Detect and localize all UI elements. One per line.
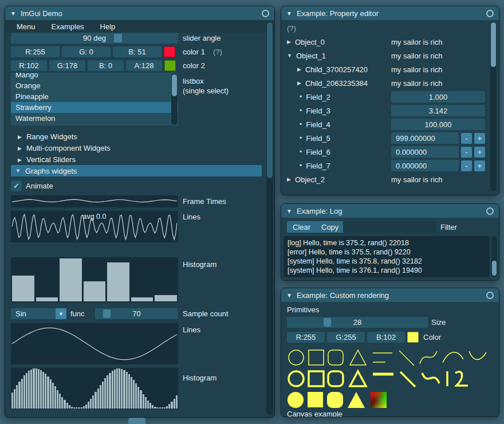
circle-outline	[289, 371, 304, 386]
menu-bar: Menu Examples Help	[5, 20, 274, 33]
collapse-arrow-icon[interactable]: ▼	[286, 292, 292, 299]
menu-item-help[interactable]: Help	[100, 22, 116, 31]
color2-b-field[interactable]: B: 0	[88, 60, 124, 71]
listbox-scrollbar[interactable]	[171, 73, 178, 125]
color2-label: color 2	[183, 61, 205, 70]
log-titlebar[interactable]: ▼ Example: Log	[281, 204, 499, 218]
color1-r-value: R:255	[25, 48, 45, 56]
node-label: Child_2063235384	[305, 79, 368, 88]
collapse-arrow-icon[interactable]: ▼	[286, 208, 292, 214]
prim-color-g-field[interactable]: G:255	[327, 332, 365, 343]
listbox-scrollbar-grab[interactable]	[172, 74, 177, 96]
field6-label-cell: • Field_6	[281, 148, 391, 156]
field4-drag[interactable]: 100.000	[391, 119, 485, 130]
primitives-tab[interactable]: Primitives	[287, 305, 319, 314]
collapse-arrow-icon[interactable]: ▼	[286, 10, 292, 17]
color1-r-field[interactable]: R:255	[11, 46, 60, 57]
field2-drag[interactable]: 1.000	[391, 91, 485, 103]
field-value: 3.142	[429, 107, 448, 115]
decrement-button[interactable]: -	[461, 133, 472, 144]
menu-item-menu[interactable]: Menu	[17, 22, 36, 31]
prim-color-b-field[interactable]: B:102	[367, 332, 405, 343]
triangle-filled	[348, 392, 365, 408]
window-scrollbar[interactable]	[266, 21, 273, 415]
window-scrollbar[interactable]	[490, 21, 497, 191]
property-editor-titlebar[interactable]: ▼ Example: Property editor	[281, 6, 499, 20]
close-icon[interactable]	[486, 207, 494, 215]
two-shape-curve	[455, 372, 468, 386]
table-row: • Field_4 100.000	[281, 117, 489, 131]
table-row: ▶ Object_0 my sailor is rich	[281, 35, 489, 49]
clear-button[interactable]: Clear	[287, 221, 316, 233]
size-slider[interactable]: 28	[287, 317, 428, 328]
field2-label-cell: • Field_2	[281, 93, 391, 101]
color1-g-field[interactable]: G: 0	[62, 46, 111, 57]
prim-color-r-field[interactable]: R:255	[287, 332, 325, 343]
slider-angle-grab[interactable]	[114, 34, 122, 42]
window-scrollbar-grab[interactable]	[267, 22, 273, 178]
field5-input[interactable]: 999.000000	[391, 132, 459, 144]
sample-count-slider[interactable]: 70	[95, 308, 178, 319]
custom-rendering-titlebar[interactable]: ▼ Example: Custom rendering	[281, 288, 499, 302]
color2-a-field[interactable]: A:128	[126, 60, 162, 71]
tree-node-child1[interactable]: ▶ Child_3700257420	[281, 65, 391, 74]
decrement-button[interactable]: -	[461, 147, 472, 158]
slider-angle[interactable]: 90 deg	[11, 33, 178, 44]
prim-color-swatch[interactable]	[407, 332, 419, 343]
filter-input[interactable]	[343, 221, 436, 233]
field6-input[interactable]: 0.000000	[391, 146, 459, 158]
triangle-outline	[350, 371, 366, 386]
increment-button[interactable]: +	[474, 160, 485, 171]
window-scrollbar-grab[interactable]	[491, 22, 496, 67]
plus-label: +	[478, 148, 482, 156]
copy-button[interactable]: Copy	[316, 221, 344, 233]
tree-node-range-widgets[interactable]: ▶ Range Widgets	[11, 131, 77, 142]
list-item-watermelon[interactable]: Watermelon	[11, 113, 178, 124]
sine-lines-label: Lines	[183, 325, 200, 334]
histogram-plot	[11, 257, 178, 303]
chevron-down-icon[interactable]: ▼	[56, 308, 66, 319]
animate-checkbox[interactable]: ✓	[11, 180, 22, 191]
background-window-peek[interactable]	[128, 418, 145, 424]
list-item-strawberry[interactable]: Strawberry	[11, 102, 178, 113]
list-item-pineapple[interactable]: Pineapple	[11, 91, 178, 102]
color2-swatch[interactable]	[164, 60, 176, 71]
size-slider-grab[interactable]	[324, 318, 331, 327]
color2-g-field[interactable]: G:178	[49, 60, 85, 71]
close-icon[interactable]	[262, 10, 269, 17]
imgui-demo-titlebar[interactable]: ▼ ImGui Demo	[5, 6, 274, 20]
menu-item-examples[interactable]: Examples	[52, 22, 84, 31]
log-output[interactable]: [log] Hello, time is 375.2, rand() 22018…	[284, 236, 490, 277]
tree-node-graphs-widgets[interactable]: ▼ Graphs widgets	[11, 165, 262, 176]
func-combo[interactable]: Sin ▼	[11, 308, 66, 319]
field3-drag[interactable]: 3.142	[391, 105, 485, 116]
window-scrollbar-grab[interactable]	[492, 261, 497, 276]
increment-button[interactable]: +	[474, 133, 485, 144]
tree-node-child2[interactable]: ▶ Child_2063235384	[281, 79, 391, 88]
sample-count-grab[interactable]	[103, 309, 111, 318]
color1-swatch[interactable]	[164, 46, 175, 57]
primitives-thick-shapes	[287, 368, 489, 390]
rounded-square-outline	[328, 350, 343, 365]
list-item-orange[interactable]: Orange	[11, 80, 178, 91]
tree-node-multi-component[interactable]: ▶ Multi-component Widgets	[11, 143, 111, 154]
window-scrollbar[interactable]	[491, 236, 497, 277]
increment-button[interactable]: +	[474, 147, 485, 158]
tree-node-object0[interactable]: ▶ Object_0	[281, 38, 391, 46]
tree-node-object2[interactable]: ▶ Object_2	[281, 175, 391, 184]
color1-b-field[interactable]: B: 51	[113, 46, 162, 57]
field7-input[interactable]: 0.000000	[391, 160, 459, 171]
color2-r-field[interactable]: R:102	[11, 60, 47, 71]
tree-node-vertical-sliders[interactable]: ▶ Vertical Sliders	[11, 154, 76, 165]
header-label: Graphs widgets	[25, 167, 77, 175]
tree-node-object1[interactable]: ▼ Object_1	[281, 52, 391, 60]
clear-label: Clear	[293, 223, 310, 231]
collapse-arrow-icon[interactable]: ▼	[10, 10, 16, 17]
chevron-right-icon: ▶	[297, 80, 301, 86]
table-row: • Field_2 1.000	[281, 90, 489, 104]
close-icon[interactable]	[486, 10, 494, 17]
close-icon[interactable]	[486, 292, 494, 299]
field5-label-cell: • Field_5	[281, 134, 391, 143]
list-item-mango[interactable]: Mango	[11, 73, 178, 80]
decrement-button[interactable]: -	[461, 160, 472, 171]
